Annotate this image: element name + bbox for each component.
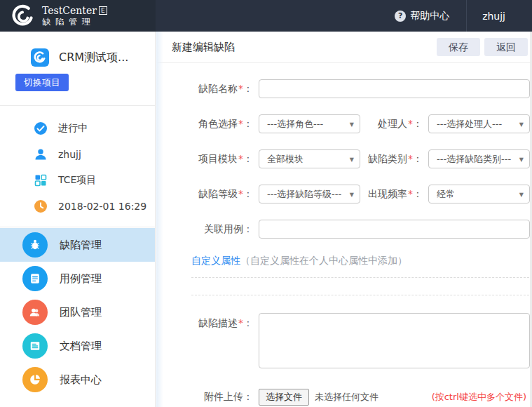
role-label: 角色选择*：: [163, 118, 253, 131]
document-icon: [22, 333, 48, 359]
sidebar-item-label: 团队管理: [60, 306, 102, 319]
module-select[interactable]: 全部模块 ▼: [259, 149, 360, 168]
project-swirl-icon: [31, 48, 49, 67]
save-button[interactable]: 保存: [437, 38, 480, 56]
defect-name-input[interactable]: [259, 79, 530, 98]
frequency-select[interactable]: 经常 ▼: [428, 185, 530, 204]
brand: TestCenter E 缺陷管理: [0, 0, 156, 32]
category-select[interactable]: ---选择缺陷类别--- ▼: [428, 149, 530, 168]
project-info-list: 进行中 zhujj TCE项目 2018-02-01 16:29: [0, 106, 155, 219]
required-asterisk: *: [408, 153, 413, 164]
severity-label: 缺陷等级*：: [163, 188, 253, 201]
topbar: TestCenter E 缺陷管理 ? 帮助中心 zhujj: [0, 0, 532, 32]
chevron-down-icon: ▼: [350, 156, 354, 163]
page-title: 新建编辑缺陷: [172, 41, 235, 54]
required-asterisk: *: [238, 83, 243, 94]
multi-file-hint: (按ctrl键选中多个文件): [432, 391, 526, 403]
sidebar-item-label: 文档管理: [60, 340, 102, 353]
testcenter-logo-swirl-icon: [11, 4, 35, 28]
brand-name: TestCenter: [42, 5, 97, 16]
defect-name-label: 缺陷名称*：: [163, 83, 253, 95]
dashed-divider: [191, 295, 529, 295]
related-case-label: 关联用例：: [163, 223, 253, 236]
user-menu[interactable]: zhujj: [467, 11, 532, 22]
chevron-down-icon: ▼: [350, 121, 354, 128]
description-label: 缺陷描述*：: [163, 317, 253, 330]
project-status-label: 进行中: [58, 122, 88, 135]
category-label: 缺陷类别*：: [360, 153, 423, 166]
project-type-label: TCE项目: [58, 174, 96, 187]
help-center-label: 帮助中心: [410, 10, 449, 22]
project-time-label: 2018-02-01 16:29: [58, 201, 146, 212]
required-asterisk: *: [238, 188, 243, 199]
module-category-row: 项目模块*： 全部模块 ▼ 缺陷类别*： ---选择缺陷类别--- ▼: [163, 149, 532, 168]
severity-frequency-row: 缺陷等级*： ---选择缺陷等级--- ▼ 出现频率*： 经常 ▼: [163, 185, 532, 204]
report-icon: [22, 367, 48, 392]
sidebar-item-report-center[interactable]: 报表中心: [0, 363, 155, 396]
frequency-label: 出现频率*：: [360, 188, 423, 201]
chevron-down-icon: ▼: [350, 192, 354, 198]
user-icon: [34, 147, 48, 161]
test-case-icon: [22, 266, 48, 291]
sidebar: CRM测试项... 切换项目 进行中 zhujj TCE项: [0, 32, 156, 407]
role-select[interactable]: ---选择角色--- ▼: [259, 114, 360, 133]
custom-attributes-section: 自定义属性（自定义属性在个人中心属性中添加）: [191, 255, 532, 267]
chevron-down-icon: ▼: [519, 192, 524, 198]
sidebar-menu: 缺陷管理 用例管理 团队管理: [0, 228, 155, 396]
defect-name-row: 缺陷名称*：: [163, 79, 532, 98]
sidebar-item-label: 缺陷管理: [60, 239, 102, 252]
description-row: 缺陷描述*：: [163, 313, 532, 368]
brand-edition-badge: E: [99, 6, 107, 15]
sidebar-item-label: 报表中心: [60, 373, 102, 387]
role-handler-row: 角色选择*： ---选择角色--- ▼ 处理人*： ---选择处理人--- ▼: [163, 114, 532, 133]
required-asterisk: *: [238, 153, 243, 164]
page-header: 新建编辑缺陷 保存 返回: [156, 32, 532, 63]
sidebar-item-document-management[interactable]: 文档管理: [0, 329, 155, 363]
required-asterisk: *: [238, 118, 243, 129]
attachment-row: 附件上传： 选择文件 未选择任何文件 (按ctrl键选中多个文件): [163, 389, 532, 406]
required-asterisk: *: [238, 317, 243, 328]
sidebar-divider: [0, 227, 155, 227]
project-name: CRM测试项...: [59, 51, 128, 65]
handler-label: 处理人*：: [360, 118, 423, 131]
severity-select[interactable]: ---选择缺陷等级--- ▼: [259, 185, 360, 204]
team-icon: [22, 300, 48, 325]
help-center-link[interactable]: ? 帮助中心: [395, 10, 466, 22]
current-project: CRM测试项...: [31, 48, 155, 67]
bug-icon: [22, 232, 48, 258]
chevron-down-icon: ▼: [519, 156, 524, 163]
choose-file-button[interactable]: 选择文件: [259, 389, 309, 406]
project-owner-label: zhujj: [58, 149, 81, 160]
question-mark-icon: ?: [395, 11, 406, 22]
brand-subtitle: 缺陷管理: [42, 18, 107, 27]
description-textarea[interactable]: [259, 313, 530, 368]
modules-icon: [34, 173, 48, 187]
handler-select[interactable]: ---选择处理人--- ▼: [428, 114, 530, 133]
attachment-label: 附件上传：: [163, 391, 253, 403]
switch-project-button[interactable]: 切换项目: [15, 74, 69, 91]
sidebar-item-case-management[interactable]: 用例管理: [0, 262, 155, 295]
custom-attributes-note: （自定义属性在个人中心属性中添加）: [240, 255, 407, 266]
sidebar-item-defect-management[interactable]: 缺陷管理: [0, 228, 155, 262]
back-button[interactable]: 返回: [484, 38, 528, 56]
project-owner-item: zhujj: [0, 141, 155, 167]
file-status-text: 未选择任何文件: [315, 391, 378, 403]
project-type-item: TCE项目: [0, 167, 155, 193]
module-label: 项目模块*：: [163, 153, 253, 166]
related-case-row: 关联用例：: [163, 220, 532, 239]
required-asterisk: *: [408, 188, 413, 199]
clock-icon: [34, 199, 48, 213]
defect-form: 缺陷名称*： 角色选择*： ---选择角色--- ▼ 处理人*： ---选择处理…: [156, 63, 532, 406]
required-asterisk: *: [408, 118, 413, 129]
sidebar-item-label: 用例管理: [60, 272, 102, 286]
related-case-input[interactable]: [259, 220, 530, 239]
project-status-item: 进行中: [0, 115, 155, 141]
project-time-item: 2018-02-01 16:29: [0, 193, 155, 219]
sidebar-item-team-management[interactable]: 团队管理: [0, 295, 155, 329]
custom-attributes-link[interactable]: 自定义属性: [191, 255, 240, 266]
chevron-down-icon: ▼: [519, 121, 524, 128]
status-check-icon: [34, 121, 48, 135]
main-content: 新建编辑缺陷 保存 返回 缺陷名称*： 角色选择*： ---选择角色--- ▼ …: [156, 32, 532, 407]
